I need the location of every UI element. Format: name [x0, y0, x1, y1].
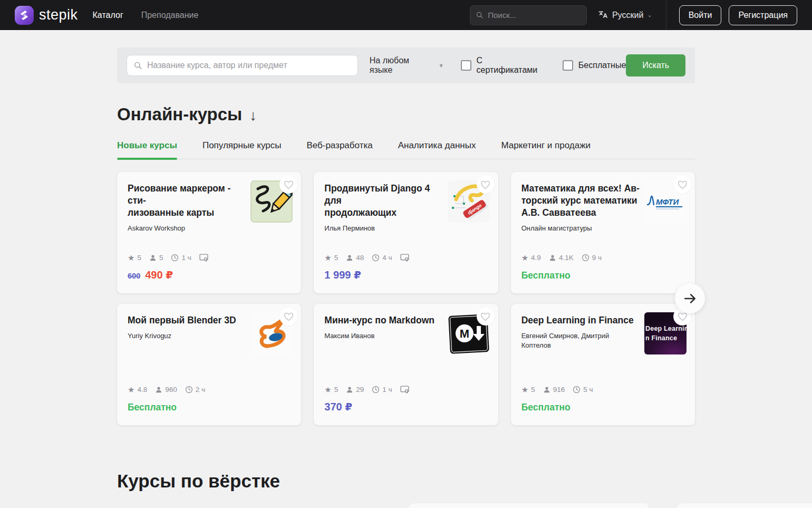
- language-filter-dropdown[interactable]: На любом языке ▼: [370, 56, 444, 75]
- course-search[interactable]: [127, 55, 358, 76]
- stepik-logo-icon: [15, 6, 34, 25]
- language-filter-label: На любом языке: [370, 56, 434, 75]
- course-price: Бесплатно: [521, 270, 571, 281]
- favorite-button[interactable]: [279, 176, 297, 194]
- rating-value: 5: [334, 254, 339, 262]
- duration-value: 9 ч: [592, 254, 602, 262]
- course-card-blender[interactable]: Мой первый Blender 3D Yuriy Krivoguz ★4.…: [117, 304, 301, 425]
- course-title: Продвинутый Django 4 для продолжающих: [324, 183, 447, 219]
- online-courses-title: Онлайн-курсы: [117, 104, 242, 124]
- certificates-checkbox-label: С сертификатами: [477, 56, 546, 75]
- course-title: Рисование маркером - сти- лизованные кар…: [128, 183, 250, 219]
- tab-data-analytics[interactable]: Аналитика данных: [398, 140, 476, 159]
- search-icon: [133, 61, 142, 70]
- rating-value: 4.8: [137, 386, 147, 394]
- rating-value: 4.9: [531, 254, 541, 262]
- course-author: Илья Перминов: [324, 224, 435, 233]
- course-author: Онлайн магистратуры: [521, 224, 632, 233]
- stepik-logo-text: stepik: [39, 7, 78, 23]
- free-checkbox-label: Бесплатные: [578, 61, 626, 70]
- duration-stat: 9 ч: [582, 254, 602, 262]
- heart-icon: [284, 312, 294, 321]
- nav-teaching-link[interactable]: Преподавание: [141, 11, 199, 20]
- course-price: 370 ₽: [324, 400, 352, 413]
- course-card-marker-drawing[interactable]: Рисование маркером - сти- лизованные кар…: [117, 172, 301, 293]
- duration-value: 1 ч: [181, 254, 191, 262]
- heart-icon: [480, 180, 490, 189]
- favorite-button[interactable]: [673, 176, 691, 194]
- stepik-logo[interactable]: stepik: [15, 6, 78, 25]
- tab-marketing-sales[interactable]: Маркетинг и продажи: [501, 140, 591, 159]
- clock-icon: [372, 386, 380, 394]
- course-title: Мини-курс по Markdown: [324, 314, 447, 327]
- clock-icon: [372, 254, 380, 262]
- free-checkbox[interactable]: Бесплатные: [563, 60, 626, 71]
- rating-stat: ★5: [324, 386, 338, 394]
- certificate-icon: [199, 254, 208, 262]
- language-selector[interactable]: Русский ⌄: [598, 10, 652, 20]
- duration-value: 2 ч: [196, 386, 205, 394]
- price-value: 370 ₽: [324, 400, 352, 413]
- favorite-button[interactable]: [477, 308, 495, 325]
- star-icon: ★: [324, 386, 331, 394]
- course-search-input[interactable]: [147, 61, 351, 70]
- course-stats: ★5 916 5 ч: [521, 386, 593, 394]
- learners-value: 5: [159, 254, 163, 262]
- checkbox-icon[interactable]: [563, 60, 573, 71]
- translate-icon: [598, 10, 608, 20]
- learners-value: 916: [553, 386, 565, 394]
- course-price: Бесплатно: [128, 402, 177, 413]
- course-card-django[interactable]: Продвинутый Django 4 для продолжающих Ил…: [314, 172, 498, 293]
- navbar-search[interactable]: [470, 5, 587, 25]
- search-icon: [476, 11, 484, 20]
- person-icon: [346, 386, 353, 394]
- clock-icon: [185, 386, 193, 394]
- navbar-divider: [666, 0, 666, 30]
- course-price: 600 490 ₽: [128, 269, 173, 281]
- next-section-card-top: [409, 503, 649, 508]
- learners-stat: 5: [149, 254, 163, 262]
- navbar-search-input[interactable]: [488, 11, 581, 20]
- learners-value: 29: [356, 386, 364, 394]
- rating-stat: ★4.9: [521, 254, 541, 262]
- favorite-button[interactable]: [279, 308, 297, 325]
- tab-popular-courses[interactable]: Популярные курсы: [202, 140, 281, 159]
- arrow-down-icon[interactable]: ↓: [249, 107, 257, 124]
- learners-stat: 960: [155, 386, 177, 394]
- rating-value: 5: [137, 254, 141, 262]
- svg-text:M: M: [459, 327, 469, 340]
- heart-icon: [678, 180, 688, 189]
- course-author: Askarov Workshop: [128, 224, 238, 233]
- course-card-mipt-math[interactable]: Математика для всех! Ав- торский курс ма…: [511, 172, 695, 293]
- svg-text:МФТИ: МФТИ: [656, 197, 679, 206]
- course-filter-bar: На любом языке ▼ С сертификатами Бесплат…: [117, 47, 695, 83]
- tab-new-courses[interactable]: Новые курсы: [117, 140, 177, 159]
- checkbox-icon[interactable]: [461, 60, 471, 71]
- rating-value: 5: [531, 386, 535, 394]
- course-stats: ★4.8 960 2 ч: [128, 386, 205, 394]
- search-submit-button[interactable]: Искать: [626, 54, 685, 76]
- course-author: Евгений Смирнов, Дмитрий Коптелов: [521, 331, 632, 350]
- heart-icon: [480, 312, 490, 321]
- course-card-markdown[interactable]: Мини-курс по Markdown Максим Иванов M ★5…: [314, 304, 498, 425]
- favorite-button[interactable]: [477, 176, 495, 194]
- price-value: Бесплатно: [128, 402, 177, 413]
- nav-catalog-link[interactable]: Каталог: [93, 11, 123, 20]
- rating-stat: ★5: [324, 254, 338, 262]
- duration-stat: 2 ч: [185, 386, 205, 394]
- tab-web-development[interactable]: Веб-разработка: [306, 140, 372, 159]
- duration-value: 5 ч: [583, 386, 593, 394]
- certificates-checkbox[interactable]: С сертификатами: [461, 56, 546, 75]
- register-button[interactable]: Регистрация: [729, 5, 797, 25]
- star-icon: ★: [521, 386, 528, 394]
- course-stats: ★5 29 1 ч: [324, 386, 409, 394]
- course-title: Deep Learning in Finance: [521, 314, 644, 327]
- language-label: Русский: [612, 11, 643, 20]
- login-button[interactable]: Войти: [679, 5, 722, 25]
- clock-icon: [171, 254, 179, 262]
- clock-icon: [573, 386, 581, 394]
- course-card-deep-learning-finance[interactable]: Deep Learning in Finance Евгений Смирнов…: [511, 304, 695, 425]
- dropdown-arrow-icon: ▼: [439, 63, 444, 69]
- carousel-next-button[interactable]: [675, 283, 705, 313]
- main-nav: Каталог Преподавание: [93, 11, 199, 20]
